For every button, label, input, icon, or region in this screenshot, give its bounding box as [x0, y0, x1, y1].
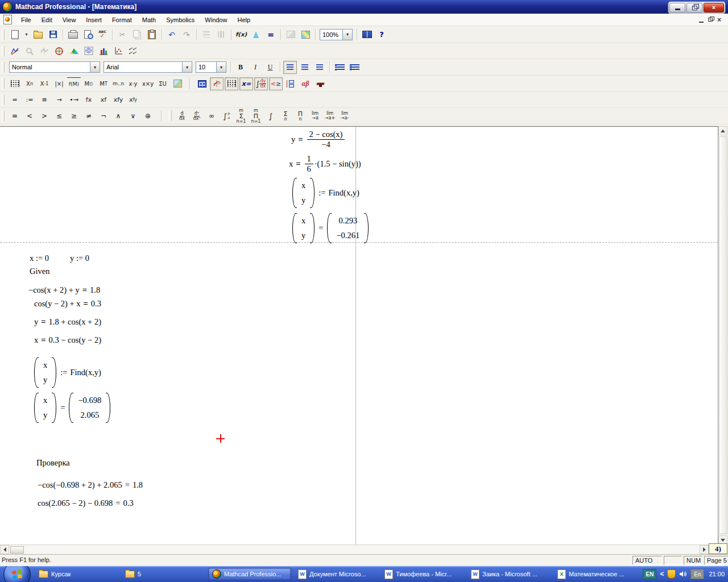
toolbar-grip[interactable] [2, 95, 5, 105]
mdi-minimize-button[interactable] [699, 22, 704, 23]
style-dropdown-icon[interactable]: ▾ [90, 62, 100, 72]
menu-help[interactable]: Help [232, 15, 255, 25]
redo-button[interactable]: ↷ [180, 28, 193, 41]
range-sum-button[interactable]: Σn [279, 110, 292, 123]
not-button[interactable]: ¬ [97, 110, 110, 123]
numbered-list-button[interactable] [348, 61, 361, 74]
scroll-right-button[interactable] [700, 545, 709, 554]
align-center-button[interactable] [298, 61, 312, 74]
scroll-up-button[interactable] [718, 126, 727, 135]
taskbar-item-excel[interactable]: X Математическое ... [554, 568, 637, 580]
menu-view[interactable]: View [57, 15, 81, 25]
help-button[interactable]: ? [375, 28, 388, 41]
zoom-dropdown-icon[interactable]: ▾ [342, 30, 352, 40]
taskbar-item-mathcad[interactable]: Mathcad Professio... [208, 568, 291, 580]
math-region-x-equation[interactable]: x= 16 ·(1.5 − sin(y)) [289, 154, 361, 174]
style-combobox[interactable]: Normal ▾ [9, 61, 100, 73]
symbolic-palette-button[interactable] [313, 77, 327, 90]
treefix-operator-button[interactable]: xfy [126, 93, 140, 106]
vector-sum-button[interactable]: ΣU [156, 77, 169, 90]
limit-right-button[interactable]: lim→a+ [323, 110, 337, 123]
bullet-list-button[interactable] [333, 61, 346, 74]
clock[interactable]: 21:00 [709, 571, 725, 577]
menu-file[interactable]: File [16, 15, 36, 25]
toolbar-grip[interactable] [2, 46, 5, 56]
xor-button[interactable]: ⊕ [141, 110, 155, 123]
cross-product-button[interactable]: x×y [141, 77, 155, 90]
evaluate-equals-button[interactable]: = [8, 93, 22, 106]
bar3d-plot-button[interactable] [97, 44, 110, 57]
align-left-button[interactable] [283, 61, 297, 74]
save-button[interactable] [46, 28, 60, 41]
open-button[interactable] [31, 28, 45, 41]
symbolic-evaluate-button[interactable]: → [52, 93, 66, 106]
mdi-close-button[interactable]: × [717, 16, 721, 23]
limit-button[interactable]: lim→a [308, 110, 322, 123]
menu-symbolics[interactable]: Symbolics [161, 15, 200, 25]
math-region-find-assign-2[interactable]: xy :=Find(x,y) [33, 357, 101, 388]
xy-plot-button[interactable] [8, 44, 22, 57]
scatter-plot-button[interactable] [111, 44, 125, 57]
math-region-y-equation[interactable]: y= 2 − cos(x)−4 [291, 130, 346, 149]
menu-format[interactable]: Format [107, 15, 137, 25]
font-size-dropdown-icon[interactable]: ▾ [216, 62, 226, 72]
resource-center-button[interactable] [360, 28, 374, 41]
math-region-find-result-2[interactable]: xy = −0.6982.065 [33, 393, 111, 423]
math-region-check-2[interactable]: cos(2.065 − 2) − 0.698=0.3 [38, 498, 134, 508]
taskbar-item-kursak[interactable]: Курсак [35, 568, 118, 580]
insert-unit-button[interactable] [249, 28, 263, 41]
toolbar-grip[interactable] [2, 62, 5, 72]
trace-plot-button[interactable] [38, 44, 51, 57]
undo-button[interactable]: ↶ [165, 28, 179, 41]
vectorize-button[interactable]: f(M) [67, 77, 81, 90]
language-indicator-secondary[interactable]: En [690, 569, 704, 579]
global-assign-button[interactable]: ≡ [38, 93, 51, 106]
prefix-operator-button[interactable]: fx [82, 93, 96, 106]
math-region-given[interactable]: Given [30, 267, 49, 276]
new-document-dropdown[interactable]: ▾ [23, 28, 30, 41]
contour-plot-button[interactable] [82, 44, 96, 57]
font-size-combobox[interactable]: 10 ▾ [196, 61, 226, 73]
evaluation-palette-button[interactable]: x= [239, 77, 253, 90]
or-button[interactable]: ∨ [126, 110, 140, 123]
infix-operator-button[interactable]: xfy [111, 93, 125, 106]
polar-plot-button[interactable] [52, 44, 66, 57]
tray-chevron-icon[interactable]: < [660, 570, 664, 578]
restore-button[interactable] [686, 3, 702, 13]
insert-function-button[interactable]: f(x) [234, 28, 248, 41]
language-indicator[interactable]: EN [643, 569, 656, 579]
bold-button[interactable]: B [234, 61, 247, 74]
taskbar-item-word-doc3[interactable]: W Заика - Microsoft ... [468, 568, 551, 580]
mathconnex-button[interactable] [299, 28, 312, 41]
inverse-button[interactable]: X-1 [38, 77, 51, 90]
cut-button[interactable]: ✂ [115, 28, 129, 41]
paste-button[interactable] [145, 28, 159, 41]
toolbar-grip[interactable] [169, 111, 172, 121]
close-button[interactable]: × [704, 3, 724, 13]
assign-button[interactable]: := [23, 93, 36, 106]
programming-palette-button[interactable] [284, 77, 297, 90]
and-button[interactable]: ∧ [111, 110, 125, 123]
symbolic-keyword-button[interactable]: •→ [67, 93, 81, 106]
vertical-scroll-thumb[interactable] [719, 136, 727, 534]
align-regions-down-button[interactable] [214, 28, 228, 41]
less-than-button[interactable]: < [23, 110, 36, 123]
document-icon[interactable] [3, 15, 12, 24]
taskbar-item-5[interactable]: 5 [122, 568, 205, 580]
range-variable-button[interactable]: m..n [111, 77, 125, 90]
product-button[interactable]: mΠn=1 [249, 110, 263, 123]
toolbar-grip[interactable] [2, 111, 5, 121]
dot-product-button[interactable]: x·y [126, 77, 140, 90]
minimize-button[interactable] [669, 3, 685, 13]
toolbar-grip[interactable] [2, 30, 5, 40]
infinity-button[interactable]: ∞ [205, 110, 218, 123]
taskbar-item-word-doc1[interactable]: W Документ Microso... [295, 568, 378, 580]
worksheet[interactable]: y= 2 − cos(x)−4 x= 16 ·(1.5 − sin(y)) xy… [0, 126, 718, 544]
calculate-button[interactable]: = [264, 28, 278, 41]
underline-button[interactable]: U [263, 61, 277, 74]
print-button[interactable] [66, 28, 80, 41]
not-equal-button[interactable]: ≠ [82, 110, 96, 123]
align-regions-across-button[interactable] [200, 28, 213, 41]
calculator-palette-button[interactable] [195, 77, 209, 90]
math-region-constraint-4[interactable]: x=0.3 − cos(y − 2) [34, 335, 101, 345]
